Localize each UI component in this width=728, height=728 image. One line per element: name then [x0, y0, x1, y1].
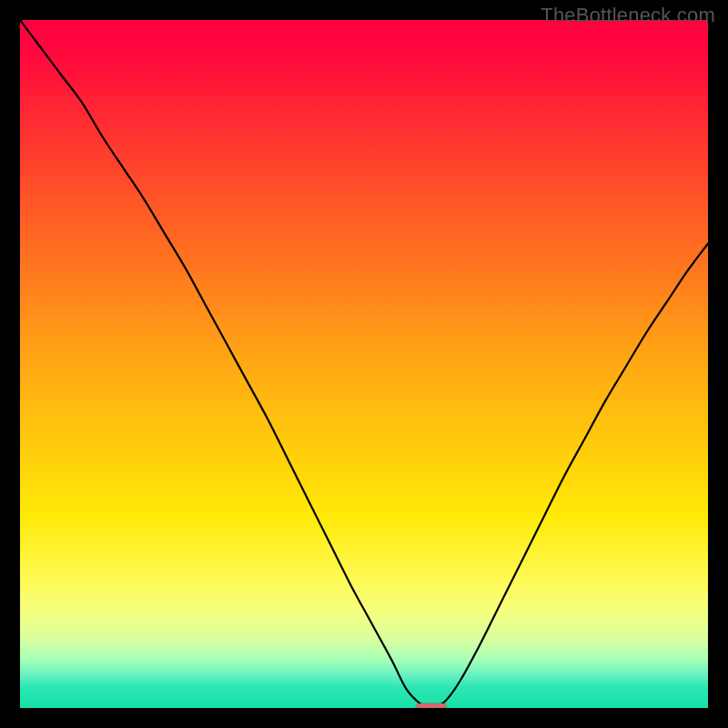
curve-path: [20, 20, 708, 707]
optimum-marker: [416, 703, 447, 708]
chart-frame: TheBottleneck.com: [0, 0, 728, 728]
watermark-text: TheBottleneck.com: [541, 4, 715, 27]
plot-area: [20, 20, 708, 708]
bottleneck-curve: [20, 20, 708, 708]
